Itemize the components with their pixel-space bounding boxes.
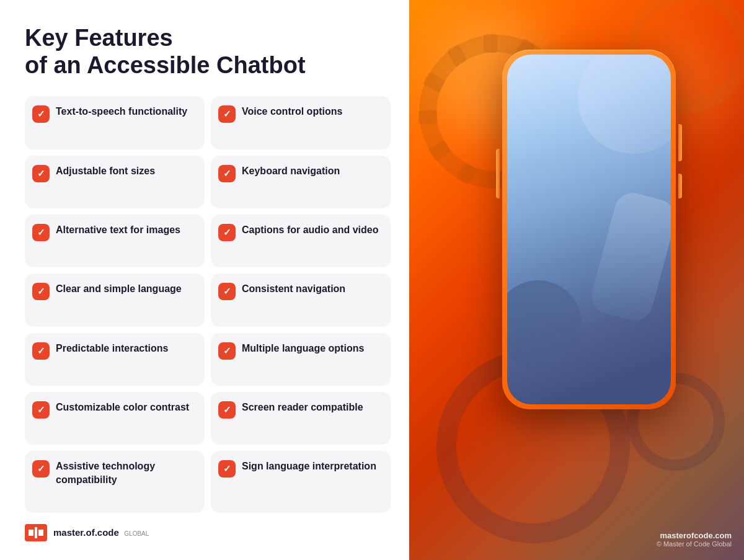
feature-label: Captions for audio and video xyxy=(242,223,378,237)
svg-rect-1 xyxy=(35,527,37,538)
page-title: Key Features of an Accessible Chatbot xyxy=(25,25,391,79)
feature-card-screen-reader: Screen reader compatible xyxy=(211,392,391,445)
feature-card-multi-language: Multiple language options xyxy=(211,333,391,386)
feature-label: Predictable interactions xyxy=(56,342,168,355)
screen-glare xyxy=(507,55,671,264)
feature-label: Adjustable font sizes xyxy=(56,164,155,178)
attribution-url: masterofcode.com xyxy=(657,531,732,540)
feature-card-consistent-nav: Consistent navigation xyxy=(211,273,391,326)
feature-card-assistive-tech: Assistive technology compatibility xyxy=(25,451,205,513)
feature-card-alt-text: Alternative text for images xyxy=(25,215,205,267)
logo-text: master.of.code GLOBAL xyxy=(53,527,149,538)
feature-card-text-to-speech: Text-to-speech functionality xyxy=(25,96,205,149)
footer: master.of.code GLOBAL xyxy=(25,524,391,541)
feature-label: Sign language interpretation xyxy=(242,460,376,473)
svg-rect-0 xyxy=(29,530,33,536)
feature-card-keyboard-nav: Keyboard navigation xyxy=(211,156,391,208)
phone-button-power xyxy=(678,124,682,161)
check-icon xyxy=(218,165,236,182)
screen-shape-2 xyxy=(507,280,582,367)
phone-outer xyxy=(502,50,676,409)
feature-card-voice-control: Voice control options xyxy=(211,96,391,149)
feature-card-clear-language: Clear and simple language xyxy=(25,273,205,326)
feature-label: Text-to-speech functionality xyxy=(56,105,187,118)
feature-card-captions: Captions for audio and video xyxy=(211,215,391,267)
feature-label: Keyboard navigation xyxy=(242,164,340,178)
feature-label: Customizable color contrast xyxy=(56,401,189,414)
check-icon xyxy=(218,105,236,123)
phone-screen xyxy=(507,55,671,404)
check-icon xyxy=(32,165,50,182)
features-grid: Text-to-speech functionality Voice contr… xyxy=(25,96,391,513)
attribution: masterofcode.com © Master of Code Global xyxy=(657,531,732,548)
logo-icon xyxy=(25,524,47,541)
feature-card-adjustable-font: Adjustable font sizes xyxy=(25,156,205,208)
feature-card-color-contrast: Customizable color contrast xyxy=(25,392,205,445)
feature-label: Alternative text for images xyxy=(56,223,180,237)
check-icon xyxy=(32,401,50,419)
check-icon xyxy=(32,342,50,360)
check-icon xyxy=(32,283,50,300)
svg-rect-4 xyxy=(484,34,497,53)
check-icon xyxy=(218,224,236,241)
check-icon xyxy=(32,105,50,123)
phone-button-volume-up xyxy=(496,149,500,198)
svg-rect-13 xyxy=(418,110,437,124)
feature-label: Clear and simple language xyxy=(56,282,182,296)
right-panel: masterofcode.com © Master of Code Global xyxy=(409,0,744,560)
feature-label: Assistive technology compatibility xyxy=(56,460,196,486)
feature-label: Voice control options xyxy=(242,105,342,118)
feature-card-sign-language: Sign language interpretation xyxy=(211,451,391,513)
check-icon xyxy=(32,224,50,241)
feature-label: Consistent navigation xyxy=(242,282,345,296)
check-icon xyxy=(218,342,236,360)
svg-rect-2 xyxy=(38,530,43,536)
feature-label: Screen reader compatible xyxy=(242,401,363,414)
check-icon xyxy=(218,460,236,478)
phone-button-volume-down xyxy=(678,174,682,198)
check-icon xyxy=(32,460,50,478)
left-panel: Key Features of an Accessible Chatbot Te… xyxy=(0,0,409,560)
attribution-copyright: © Master of Code Global xyxy=(657,540,732,548)
phone-mockup xyxy=(502,50,688,422)
feature-card-predictable: Predictable interactions xyxy=(25,333,205,386)
check-icon xyxy=(218,283,236,300)
check-icon xyxy=(218,401,236,419)
feature-label: Multiple language options xyxy=(242,342,364,355)
